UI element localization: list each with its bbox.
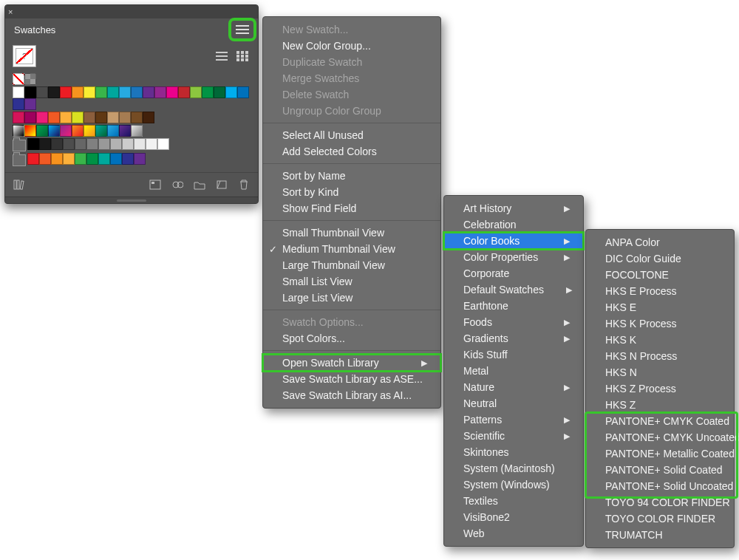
color-swatch[interactable] bbox=[24, 112, 36, 123]
gradient-swatch[interactable] bbox=[13, 125, 24, 137]
color-swatch[interactable] bbox=[95, 86, 107, 98]
color-swatch[interactable] bbox=[134, 153, 146, 165]
gradient-swatch[interactable] bbox=[119, 125, 131, 137]
menu-item[interactable]: FOCOLTONE bbox=[586, 267, 734, 283]
menu-item[interactable]: PANTONE+ CMYK Uncoated bbox=[586, 429, 734, 445]
color-swatch[interactable] bbox=[86, 153, 98, 165]
menu-item[interactable]: Color Books▶ bbox=[444, 233, 583, 249]
color-swatch[interactable] bbox=[60, 86, 72, 98]
menu-item[interactable]: HKS K Process bbox=[586, 315, 734, 332]
color-swatch[interactable] bbox=[75, 138, 86, 150]
menu-item[interactable]: PANTONE+ Solid Uncoated bbox=[586, 478, 734, 494]
color-swatch[interactable] bbox=[143, 112, 154, 123]
menu-item[interactable]: System (Macintosh) bbox=[444, 460, 583, 477]
menu-item[interactable]: PANTONE+ Solid Coated bbox=[586, 462, 734, 478]
menu-item[interactable]: Scientific▶ bbox=[444, 428, 583, 444]
menu-item[interactable]: Textiles bbox=[444, 493, 583, 509]
menu-item[interactable]: System (Windows) bbox=[444, 477, 583, 493]
menu-item[interactable]: Select All Unused bbox=[263, 127, 440, 143]
menu-item[interactable]: Small List View bbox=[263, 273, 440, 290]
color-swatch[interactable] bbox=[27, 138, 39, 150]
menu-item[interactable]: Foods▶ bbox=[444, 314, 583, 330]
menu-item[interactable]: HKS N Process bbox=[586, 348, 734, 364]
menu-item[interactable]: Color Properties▶ bbox=[444, 249, 583, 265]
color-swatch[interactable] bbox=[122, 138, 134, 150]
color-swatch[interactable] bbox=[225, 86, 237, 98]
menu-item[interactable]: HKS Z bbox=[586, 397, 734, 413]
folder-icon[interactable] bbox=[13, 154, 26, 166]
color-swatch[interactable] bbox=[131, 86, 143, 98]
menu-item[interactable]: Save Swatch Library as AI... bbox=[263, 387, 440, 403]
color-swatch[interactable] bbox=[214, 86, 225, 98]
menu-item[interactable]: Save Swatch Library as ASE... bbox=[263, 371, 440, 387]
menu-item[interactable]: Patterns▶ bbox=[444, 412, 583, 428]
list-view-icon[interactable] bbox=[214, 49, 230, 64]
color-swatch[interactable] bbox=[51, 153, 63, 165]
color-swatch[interactable] bbox=[13, 112, 24, 123]
menu-item[interactable]: HKS Z Process bbox=[586, 380, 734, 397]
color-swatch[interactable] bbox=[24, 98, 36, 110]
panel-menu-button[interactable] bbox=[230, 19, 255, 40]
menu-item[interactable]: ANPA Color bbox=[586, 234, 734, 250]
color-swatch[interactable] bbox=[154, 86, 166, 98]
show-kind-icon[interactable] bbox=[147, 177, 163, 192]
color-swatch[interactable] bbox=[166, 86, 178, 98]
color-swatch[interactable] bbox=[134, 138, 146, 150]
menu-item[interactable]: Show Find Field bbox=[263, 200, 440, 216]
menu-item[interactable]: Sort by Name bbox=[263, 168, 440, 184]
color-swatch[interactable] bbox=[24, 86, 36, 98]
menu-item[interactable]: Kids Stuff bbox=[444, 346, 583, 363]
gradient-swatch[interactable] bbox=[95, 125, 107, 137]
color-swatch[interactable] bbox=[27, 153, 39, 165]
trash-icon[interactable] bbox=[236, 177, 252, 192]
new-group-icon[interactable] bbox=[191, 177, 208, 192]
menu-item[interactable]: HKS K bbox=[586, 332, 734, 348]
color-swatch[interactable] bbox=[84, 86, 95, 98]
color-swatch[interactable] bbox=[122, 153, 134, 165]
color-swatch[interactable] bbox=[98, 138, 110, 150]
color-swatch[interactable] bbox=[13, 98, 24, 110]
color-swatch[interactable] bbox=[13, 86, 24, 98]
menu-item[interactable]: Open Swatch Library▶ bbox=[263, 355, 440, 371]
color-swatch[interactable] bbox=[95, 112, 107, 123]
menu-item[interactable]: Nature▶ bbox=[444, 379, 583, 395]
menu-item[interactable]: PANTONE+ CMYK Coated bbox=[586, 413, 734, 429]
menu-item[interactable]: TRUMATCH bbox=[586, 527, 734, 543]
color-swatch[interactable] bbox=[75, 153, 86, 165]
color-swatch[interactable] bbox=[110, 138, 122, 150]
color-swatch[interactable] bbox=[72, 112, 84, 123]
color-swatch[interactable] bbox=[146, 138, 157, 150]
menu-item[interactable]: Celebration bbox=[444, 216, 583, 233]
color-swatch[interactable] bbox=[119, 112, 131, 123]
color-swatch[interactable] bbox=[48, 86, 60, 98]
gradient-swatch[interactable] bbox=[84, 125, 95, 137]
current-swatch[interactable]: ? bbox=[13, 45, 36, 67]
menu-item[interactable]: Large List View bbox=[263, 290, 440, 306]
grid-view-icon[interactable] bbox=[234, 49, 251, 64]
menu-item[interactable]: New Color Group... bbox=[263, 38, 440, 54]
color-swatch[interactable] bbox=[157, 138, 169, 150]
color-swatch[interactable] bbox=[86, 138, 98, 150]
resize-grip[interactable] bbox=[5, 197, 258, 203]
options-icon[interactable] bbox=[169, 177, 185, 192]
menu-item[interactable]: DIC Color Guide bbox=[586, 250, 734, 267]
menu-item[interactable]: VisiBone2 bbox=[444, 509, 583, 525]
color-swatch[interactable] bbox=[63, 153, 75, 165]
menu-item[interactable]: HKS N bbox=[586, 364, 734, 380]
gradient-swatch[interactable] bbox=[60, 125, 72, 137]
gradient-swatch[interactable] bbox=[24, 125, 36, 137]
close-icon[interactable]: × bbox=[8, 7, 13, 16]
menu-item[interactable]: HKS E Process bbox=[586, 283, 734, 299]
color-swatch[interactable] bbox=[107, 86, 119, 98]
menu-item[interactable]: PANTONE+ Metallic Coated bbox=[586, 445, 734, 462]
color-swatch[interactable] bbox=[131, 112, 143, 123]
menu-item[interactable]: TOYO COLOR FINDER bbox=[586, 511, 734, 527]
gradient-swatch[interactable] bbox=[36, 125, 48, 137]
color-swatch[interactable] bbox=[237, 86, 249, 98]
color-swatch[interactable] bbox=[84, 112, 95, 123]
menu-item[interactable]: Web bbox=[444, 525, 583, 542]
menu-item[interactable]: Medium Thumbnail View bbox=[263, 241, 440, 257]
menu-item[interactable]: Spot Colors... bbox=[263, 330, 440, 346]
gradient-swatch[interactable] bbox=[107, 125, 119, 137]
menu-item[interactable]: Earthtone bbox=[444, 298, 583, 314]
